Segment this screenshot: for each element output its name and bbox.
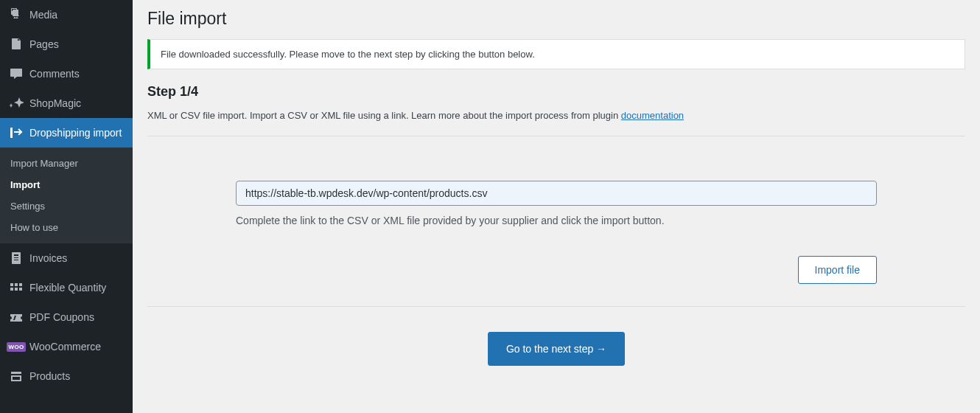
sidebar-item-woocommerce[interactable]: WOO WooCommerce xyxy=(0,332,133,361)
coupons-icon xyxy=(9,310,24,324)
invoice-icon xyxy=(9,251,24,266)
sidebar-item-flexible-quantity[interactable]: Flexible Quantity xyxy=(0,273,133,302)
submenu-item-how-to-use[interactable]: How to use xyxy=(0,217,133,238)
quantity-icon xyxy=(9,280,24,295)
sidebar-item-label: PDF Coupons xyxy=(29,311,94,324)
submenu-item-import[interactable]: Import xyxy=(0,174,133,195)
sidebar-item-label: Media xyxy=(29,9,57,21)
step-heading: Step 1/4 xyxy=(147,84,965,100)
magic-icon xyxy=(9,96,24,111)
sidebar-item-shopmagic[interactable]: ShopMagic xyxy=(0,88,133,118)
comments-icon xyxy=(9,66,24,81)
step-description: XML or CSV file import. Import a CSV or … xyxy=(147,110,965,121)
sidebar-item-label: Products xyxy=(29,370,70,383)
pages-icon xyxy=(9,37,24,52)
products-icon xyxy=(9,369,24,384)
sidebar-item-media[interactable]: Media xyxy=(0,0,133,30)
success-notice: File downloaded successfully. Please mov… xyxy=(147,39,965,69)
sidebar-item-invoices[interactable]: Invoices xyxy=(0,243,133,273)
sidebar-item-label: Comments xyxy=(29,68,80,80)
submenu-dropshipping: Import Manager Import Settings How to us… xyxy=(0,148,133,243)
sidebar-item-label: Invoices xyxy=(29,252,67,265)
sidebar-item-label: Flexible Quantity xyxy=(29,282,106,294)
submenu-item-settings[interactable]: Settings xyxy=(0,195,133,217)
divider xyxy=(147,306,965,307)
import-icon xyxy=(9,125,24,140)
page-title: File import xyxy=(147,9,965,29)
submenu-item-import-manager[interactable]: Import Manager xyxy=(0,153,133,174)
sidebar-item-label: Pages xyxy=(29,38,59,51)
input-hint: Complete the link to the CSV or XML file… xyxy=(236,215,877,226)
description-text: XML or CSV file import. Import a CSV or … xyxy=(147,110,621,121)
media-icon xyxy=(9,7,24,22)
divider xyxy=(147,136,965,136)
import-button-row: Import file xyxy=(147,256,877,284)
sidebar-item-comments[interactable]: Comments xyxy=(0,59,133,88)
import-form: Complete the link to the CSV or XML file… xyxy=(147,181,965,226)
sidebar-item-pages[interactable]: Pages xyxy=(0,30,133,59)
woocommerce-icon: WOO xyxy=(9,339,24,354)
sidebar-item-label: Dropshipping import xyxy=(29,127,122,139)
file-url-input[interactable] xyxy=(236,181,877,206)
sidebar-item-pdf-coupons[interactable]: PDF Coupons xyxy=(0,302,133,332)
next-step-row: Go to the next step → xyxy=(147,332,965,366)
main-content: File import File downloaded successfully… xyxy=(133,0,980,413)
sidebar-item-products[interactable]: Products xyxy=(0,361,133,391)
sidebar-item-dropshipping-import[interactable]: Dropshipping import xyxy=(0,118,133,148)
sidebar-item-label: WooCommerce xyxy=(29,341,101,353)
documentation-link[interactable]: documentation xyxy=(621,110,684,121)
sidebar-item-label: ShopMagic xyxy=(29,97,81,110)
next-step-button[interactable]: Go to the next step → xyxy=(488,332,625,366)
import-file-button[interactable]: Import file xyxy=(798,256,877,284)
admin-sidebar: Media Pages Comments ShopMagic Dropshipp… xyxy=(0,0,133,413)
